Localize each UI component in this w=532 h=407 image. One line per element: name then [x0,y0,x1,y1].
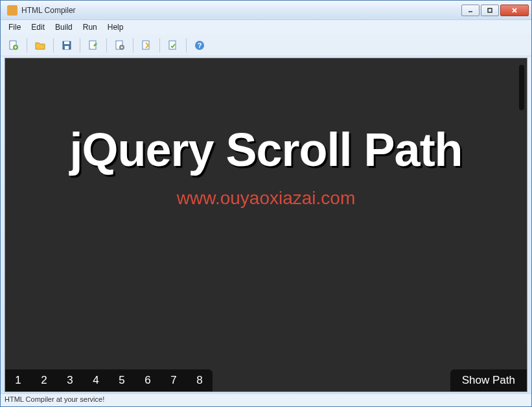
tool-save[interactable] [58,37,76,54]
app-window: HTML Compiler File Edit Build Run Help [0,0,532,407]
close-icon [511,7,518,14]
menu-build[interactable]: Build [50,21,78,33]
nav-page-2[interactable]: 2 [31,369,57,391]
toolbar-separator [133,38,133,52]
toolbar-separator [106,38,107,52]
tool-edit-doc[interactable] [84,37,102,54]
close-button[interactable] [500,5,529,16]
toolbar-separator [159,38,160,52]
nav-page-7[interactable]: 7 [161,369,187,391]
edit-doc-icon [87,40,99,51]
tool-check-doc[interactable] [164,37,182,54]
toolbar-separator [186,38,187,52]
new-file-icon [8,40,19,51]
window-controls [461,5,529,16]
tool-new[interactable] [5,37,23,54]
menu-help[interactable]: Help [102,21,129,33]
minimize-button[interactable] [461,5,480,16]
nav-page-6[interactable]: 6 [135,369,161,391]
check-doc-icon [167,40,179,51]
headline-text: jQuery Scroll Path [5,123,527,176]
menu-run[interactable]: Run [78,21,102,33]
content-area: jQuery Scroll Path www.ouyaoxiazai.com 1… [5,58,527,392]
tool-open[interactable] [31,37,49,54]
save-icon [61,40,73,51]
menu-file[interactable]: File [3,21,26,33]
toolbar-separator [80,38,80,52]
toolbar-separator [27,38,27,52]
nav-page-5[interactable]: 5 [109,369,135,391]
export-icon [141,40,152,51]
nav-page-1[interactable]: 1 [5,369,31,391]
toolbar: ? [1,34,531,56]
scrollbar-thumb[interactable] [519,65,524,110]
svg-text:?: ? [198,41,202,49]
svg-point-12 [121,46,123,48]
nav-page-3[interactable]: 3 [57,369,83,391]
tool-help[interactable]: ? [191,37,209,54]
window-title: HTML Compiler [21,6,461,15]
page-nav: 1 2 3 4 5 6 7 8 [5,369,213,391]
toolbar-separator [53,38,54,52]
svg-rect-1 [488,8,492,12]
minimize-icon [467,7,474,14]
open-folder-icon [34,40,46,51]
maximize-button[interactable] [481,5,499,16]
statusbar: HTML Compiler at your service! [1,393,531,406]
titlebar: HTML Compiler [1,1,531,20]
nav-page-4[interactable]: 4 [83,369,109,391]
tool-settings-doc[interactable] [111,37,129,54]
help-icon: ? [194,40,205,51]
nav-page-8[interactable]: 8 [187,369,213,391]
menubar: File Edit Build Run Help [1,20,531,34]
svg-rect-8 [65,46,69,49]
app-icon [7,5,17,16]
svg-rect-7 [64,41,69,44]
status-text: HTML Compiler at your service! [5,395,104,403]
show-path-button[interactable]: Show Path [450,369,527,391]
tool-export[interactable] [137,37,156,54]
settings-doc-icon [114,40,126,51]
maximize-icon [487,7,493,14]
watermark-text: www.ouyaoxiazai.com [5,188,527,209]
menu-edit[interactable]: Edit [26,21,50,33]
